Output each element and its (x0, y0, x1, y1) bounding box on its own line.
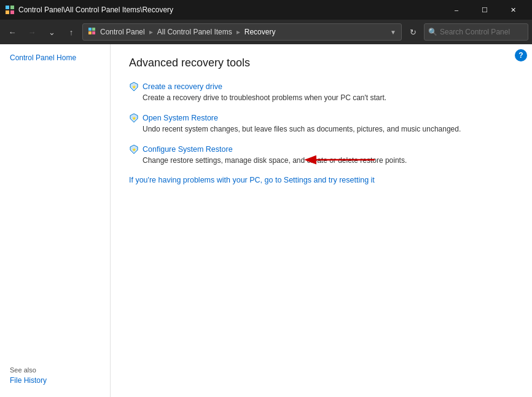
svg-rect-7 (92, 31, 95, 34)
main-content: ? Advanced recovery tools ★ Create a rec… (111, 44, 532, 397)
recovery-item-create: ★ Create a recovery drive Create a recov… (129, 82, 514, 102)
svg-rect-4 (88, 28, 92, 31)
svg-rect-6 (88, 31, 92, 34)
page-title: Advanced recovery tools (129, 57, 514, 69)
svg-text:★: ★ (132, 116, 136, 120)
shield-icon-1: ★ (129, 113, 139, 123)
address-chevron: ▼ (390, 29, 396, 36)
sidebar-bottom: See also File History (0, 366, 111, 385)
search-box[interactable]: 🔍 (424, 23, 528, 41)
search-icon: 🔍 (428, 28, 437, 36)
open-system-restore-link[interactable]: ★ Open System Restore (129, 113, 514, 123)
refresh-button[interactable]: ↻ (404, 23, 421, 41)
address-bar: ← → ⌄ ↑ Control Panel ▸ All Control Pane… (0, 20, 532, 44)
breadcrumb-home[interactable]: Control Panel (100, 28, 145, 36)
open-system-restore-desc: Undo recent system changes, but leave fi… (129, 125, 514, 133)
configure-system-restore-desc: Change restore settings, manage disk spa… (129, 156, 514, 165)
create-recovery-drive-desc: Create a recovery drive to troubleshoot … (129, 93, 514, 102)
close-button[interactable]: ✕ (499, 0, 527, 20)
folder-icon (88, 27, 98, 37)
see-also-label: See also (10, 366, 101, 374)
search-input[interactable] (440, 28, 524, 36)
svg-rect-0 (6, 6, 9, 9)
svg-text:★: ★ (132, 85, 136, 89)
recent-locations-button[interactable]: ⌄ (43, 23, 60, 41)
settings-reset-link[interactable]: If you're having problems with your PC, … (129, 176, 514, 184)
recovery-item-restore: ★ Open System Restore Undo recent system… (129, 113, 514, 133)
svg-rect-5 (92, 28, 95, 31)
recovery-item-configure: ★ Configure System Restore Change restor… (129, 144, 514, 165)
title-bar-left: Control Panel\All Control Panel Items\Re… (5, 5, 173, 15)
app-icon (5, 5, 15, 15)
maximize-button[interactable]: ☐ (471, 0, 499, 20)
breadcrumb-current: Recovery (244, 28, 276, 36)
sidebar-home-link[interactable]: Control Panel Home (0, 52, 110, 64)
title-bar-controls: – ☐ ✕ (442, 0, 527, 20)
shield-icon-0: ★ (129, 82, 139, 92)
forward-button[interactable]: → (23, 23, 41, 41)
help-button[interactable]: ? (515, 49, 527, 61)
shield-icon-2: ★ (129, 144, 139, 154)
svg-rect-3 (10, 10, 14, 14)
file-history-link[interactable]: File History (10, 376, 101, 385)
configure-system-restore-link[interactable]: ★ Configure System Restore (129, 144, 514, 154)
sidebar: Control Panel Home See also File History (0, 44, 111, 397)
svg-text:★: ★ (132, 147, 136, 152)
minimize-button[interactable]: – (442, 0, 471, 20)
svg-rect-2 (6, 10, 9, 14)
up-button[interactable]: ↑ (63, 23, 80, 41)
address-box: Control Panel ▸ All Control Panel Items … (82, 23, 402, 41)
content-area: Control Panel Home See also File History… (0, 44, 532, 397)
back-button[interactable]: ← (4, 23, 21, 41)
breadcrumb-mid[interactable]: All Control Panel Items (157, 28, 232, 36)
title-bar: Control Panel\All Control Panel Items\Re… (0, 0, 532, 20)
window-title: Control Panel\All Control Panel Items\Re… (18, 6, 173, 14)
svg-rect-1 (10, 6, 14, 9)
create-recovery-drive-link[interactable]: ★ Create a recovery drive (129, 82, 514, 92)
